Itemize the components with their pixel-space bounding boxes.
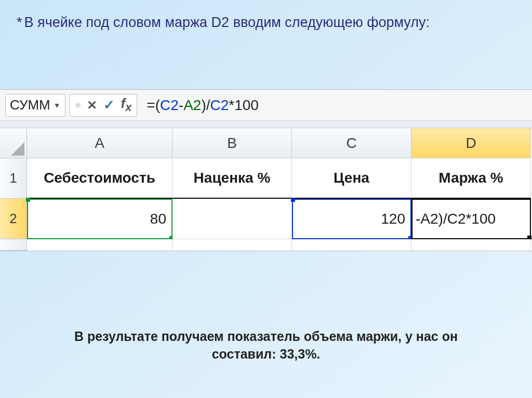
tok-ref-c2-1: C2 <box>160 97 179 114</box>
bullet-asterisk: * <box>17 15 22 30</box>
slide-title: *В ячейке под словом маржа D2 вводим сле… <box>17 15 515 31</box>
cell-c3[interactable] <box>292 239 411 251</box>
tok-minus: - <box>179 97 183 114</box>
cell-d3[interactable] <box>411 239 531 251</box>
row-3-partial <box>0 239 532 251</box>
expand-icon[interactable] <box>75 103 81 108</box>
formula-bar-buttons: ✕ ✓ fx <box>70 94 138 117</box>
col-head-c[interactable]: C <box>292 128 411 158</box>
excel-screenshot: СУММ ▼ ✕ ✓ fx =(C2-A2)/C2*100 A B C D 1 … <box>0 89 532 251</box>
tok-rparen: ) <box>201 97 206 114</box>
cell-a1[interactable]: Себестоимость <box>27 158 172 199</box>
formula-input[interactable]: =(C2-A2)/C2*100 <box>143 94 527 117</box>
name-box-value: СУММ <box>10 97 50 113</box>
cell-b2[interactable] <box>172 199 292 239</box>
tok-ref-a2: A2 <box>183 97 201 114</box>
tok-mul: * <box>229 97 234 114</box>
col-head-d[interactable]: D <box>411 128 531 158</box>
caption-text: В результате получаем показатель объема … <box>0 328 532 363</box>
cell-c2[interactable]: 120 <box>292 199 411 239</box>
select-all-corner[interactable] <box>0 128 27 158</box>
col-head-b[interactable]: B <box>172 128 292 158</box>
row-head-2[interactable]: 2 <box>0 199 27 239</box>
chevron-down-icon[interactable]: ▼ <box>54 101 61 109</box>
spreadsheet-grid: A B C D 1 Себестоимость Наценка % Цена М… <box>0 128 532 239</box>
cell-a3[interactable] <box>27 239 172 251</box>
ribbon-gap <box>0 121 532 128</box>
row-head-3[interactable] <box>0 239 27 251</box>
col-head-a[interactable]: A <box>27 128 172 158</box>
row-head-1[interactable]: 1 <box>0 158 27 199</box>
cell-a2[interactable]: 80 <box>27 199 172 239</box>
tok-100: 100 <box>234 97 259 114</box>
cell-b1[interactable]: Наценка % <box>172 158 292 199</box>
cell-d2[interactable]: -A2)/C2*100 <box>411 199 531 239</box>
cancel-icon[interactable]: ✕ <box>87 98 97 113</box>
formula-bar: СУММ ▼ ✕ ✓ fx =(C2-A2)/C2*100 <box>0 90 532 121</box>
cell-c1[interactable]: Цена <box>292 158 411 199</box>
enter-icon[interactable]: ✓ <box>103 97 115 113</box>
name-box[interactable]: СУММ ▼ <box>5 94 65 117</box>
cell-d1[interactable]: Маржа % <box>411 158 531 199</box>
cell-b3[interactable] <box>172 239 292 251</box>
tok-eq: = <box>147 97 155 114</box>
title-text: В ячейке под словом маржа D2 вводим след… <box>24 15 430 30</box>
tok-div: / <box>206 97 210 114</box>
fx-icon[interactable]: fx <box>121 95 132 114</box>
tok-ref-c2-2: C2 <box>210 97 229 114</box>
tok-lparen: ( <box>155 97 160 114</box>
